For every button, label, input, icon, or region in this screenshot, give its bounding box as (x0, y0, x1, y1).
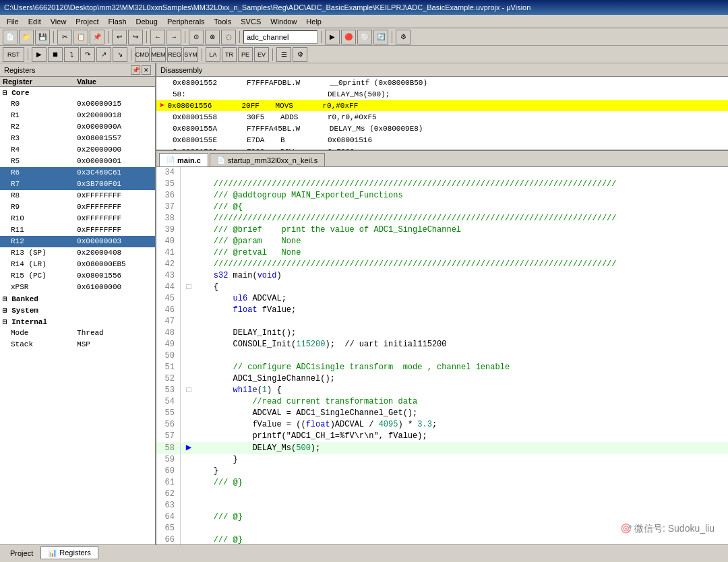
tab-main-c-label: main.c (177, 156, 201, 164)
tb2-reg2[interactable]: REG (167, 47, 182, 62)
reg-row[interactable]: R110xFFFFFFFF (0, 224, 155, 236)
reg-name-cell: R9 (0, 201, 74, 213)
reg-row[interactable]: R30x08001557 (0, 133, 155, 144)
tb2-trace[interactable]: TR (222, 47, 237, 62)
registers-header-buttons: 📌 ✕ (131, 65, 151, 75)
reg-row[interactable]: R90xFFFFFFFF (0, 201, 155, 213)
menu-file[interactable]: File (3, 16, 23, 27)
tb-debug-start[interactable]: 🔴 (341, 30, 356, 44)
code-text: //read current transformation data (194, 396, 728, 408)
disasm-ops: __0printf (0x08000B50) (330, 79, 427, 87)
tb-debug-stop[interactable]: ⚪ (357, 30, 372, 44)
tb2-evt[interactable]: EV (254, 47, 269, 62)
tb-undo[interactable]: ↩ (112, 30, 127, 44)
expand-icon[interactable]: ⊞ (3, 307, 7, 315)
tb-nav-back[interactable]: ← (150, 30, 165, 44)
menu-project[interactable]: Project (71, 16, 102, 27)
reg-row[interactable]: R00x00000015 (0, 98, 155, 110)
reg-row[interactable]: R40x20000000 (0, 144, 155, 156)
target-selector[interactable] (243, 30, 317, 44)
tb-save[interactable]: 💾 (35, 30, 50, 44)
tb2-logic[interactable]: LA (206, 47, 220, 62)
reg-row[interactable]: ⊟ Core (0, 87, 155, 98)
tb-open[interactable]: 📁 (19, 30, 34, 44)
tb-debug-reset[interactable]: 🔄 (373, 30, 388, 44)
reg-row[interactable]: R13 (SP)0x20000408 (0, 247, 155, 259)
tb-settings[interactable]: ⚙ (396, 30, 411, 44)
reg-name-cell: ⊞ System (0, 305, 74, 316)
menu-edit[interactable]: Edit (24, 16, 45, 27)
tb2-mem[interactable]: MEM (151, 47, 166, 62)
tb-copy[interactable]: 📋 (73, 30, 88, 44)
reg-row[interactable]: R20x0000000A (0, 121, 155, 133)
tb2-step[interactable]: ⤵ (64, 47, 79, 62)
tb2-perf[interactable]: PE (238, 47, 253, 62)
tb2-step3[interactable]: ↗ (96, 47, 111, 62)
menu-view[interactable]: View (47, 16, 71, 27)
reg-row[interactable]: R70x3B700F01 (0, 179, 155, 190)
tb2-extra1[interactable]: ☰ (276, 47, 291, 62)
expand-icon[interactable]: ⊞ (3, 295, 7, 303)
disasm-addr: 58: (173, 90, 247, 98)
bottom-tab-registers[interactable]: 📊 Registers (40, 547, 98, 559)
reg-row[interactable]: StackMSP (0, 339, 155, 350)
expand-icon[interactable]: ⊟ (3, 318, 7, 326)
menu-help[interactable]: Help (302, 16, 326, 27)
disassembly-content[interactable]: 0x08001552 F7FFFAFD BL.W __0printf (0x08… (156, 77, 728, 150)
menu-tools[interactable]: Tools (210, 16, 236, 27)
tb2-rst[interactable]: RST (3, 47, 24, 62)
tb-bkpt2[interactable]: ⊗ (205, 30, 220, 44)
reg-row[interactable]: ModeThread (0, 327, 155, 339)
reg-row[interactable]: ⊟ Internal (0, 316, 155, 327)
tb2-cmd[interactable]: CMD (135, 47, 150, 62)
reg-name-cell: R10 (0, 213, 74, 224)
tb-sep-4 (185, 31, 185, 43)
tb-cut[interactable]: ✂ (57, 30, 72, 44)
tb-redo[interactable]: ↪ (128, 30, 143, 44)
reg-row[interactable]: xPSR0x61000000 (0, 282, 155, 293)
reg-row[interactable]: R100xFFFFFFFF (0, 213, 155, 224)
reg-row[interactable]: R80xFFFFFFFF (0, 190, 155, 201)
menu-flash[interactable]: Flash (104, 16, 131, 27)
reg-name-cell: R5 (0, 156, 74, 167)
tb-paste[interactable]: 📌 (90, 30, 104, 44)
fold-icon[interactable]: □ (186, 282, 191, 292)
tab-main-c[interactable]: 📄 main.c (159, 153, 208, 166)
reg-row[interactable]: R14 (LR)0x080000EB5 (0, 259, 155, 270)
reg-row[interactable]: R50x00000001 (0, 156, 155, 167)
reg-row[interactable]: R10x20000018 (0, 110, 155, 121)
tb-load[interactable]: ▶ (325, 30, 340, 44)
tb2-step4[interactable]: ↘ (113, 47, 127, 62)
tb2-extra2[interactable]: ⚙ (293, 47, 307, 62)
tb-bkpt[interactable]: ⊙ (189, 30, 204, 44)
tb-bkpt3[interactable]: ◌ (221, 30, 236, 44)
menu-debug[interactable]: Debug (132, 16, 162, 27)
code-content[interactable]: 3435 ///////////////////////////////////… (156, 167, 728, 544)
code-line: 55 ADCVAL = ADC1_SingleChannel_Get(); (156, 408, 728, 419)
reg-value-cell: 0x3C460C61 (74, 167, 155, 179)
tb2-sym[interactable]: SYM (183, 47, 198, 62)
menu-svcs[interactable]: SVCS (237, 16, 265, 27)
tb2-run[interactable]: ▶ (32, 47, 47, 62)
reg-row[interactable]: R60x3C460C61 (0, 167, 155, 179)
tb-nav-fwd[interactable]: → (166, 30, 181, 44)
tab-startup[interactable]: 📄 startup_mm32l0xx_n_keil.s (210, 153, 325, 166)
reg-row[interactable]: ⊞ Banked (0, 293, 155, 305)
menu-window[interactable]: Window (266, 16, 301, 27)
reg-name-cell: R3 (0, 133, 74, 144)
reg-row[interactable]: ⊞ System (0, 305, 155, 316)
fold-icon[interactable]: □ (186, 385, 191, 395)
menu-peripherals[interactable]: Peripherals (163, 16, 209, 27)
tb-new[interactable]: 📄 (3, 30, 18, 44)
reg-pin-btn[interactable]: 📌 (131, 65, 140, 75)
reg-row[interactable]: R120x00000003 (0, 236, 155, 247)
reg-row[interactable]: R15 (PC)0x08001556 (0, 270, 155, 282)
number-literal: 500 (296, 443, 311, 453)
code-text: ////////////////////////////////////////… (194, 213, 728, 224)
registers-scroll[interactable]: Register Value ⊟ CoreR00x00000015R10x200… (0, 77, 155, 544)
reg-close-btn[interactable]: ✕ (142, 65, 151, 75)
bottom-tab-project[interactable]: Project (3, 547, 40, 559)
tb2-stop[interactable]: ⏹ (48, 47, 63, 62)
tb2-step2[interactable]: ↷ (80, 47, 95, 62)
expand-icon[interactable]: ⊟ (3, 89, 7, 97)
